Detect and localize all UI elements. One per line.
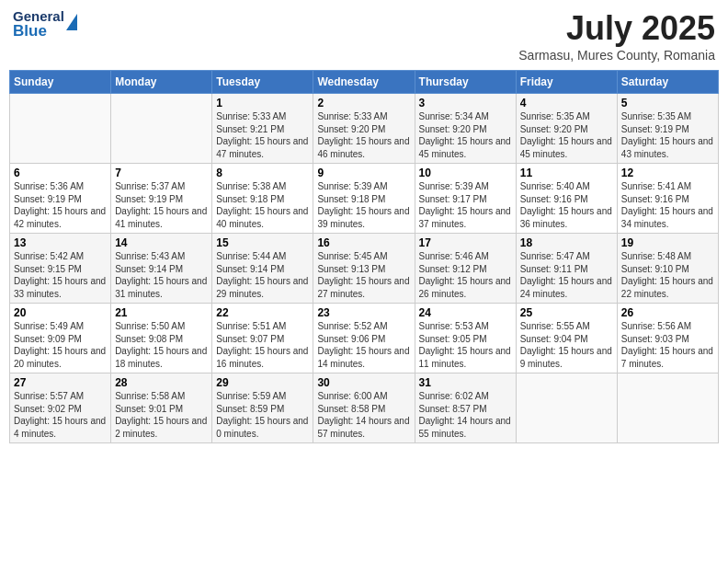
calendar-cell: 17Sunrise: 5:46 AMSunset: 9:12 PMDayligh… [415,234,516,304]
day-info: Sunrise: 5:47 AMSunset: 9:11 PMDaylight:… [520,250,613,300]
calendar-cell: 9Sunrise: 5:39 AMSunset: 9:18 PMDaylight… [313,164,415,234]
calendar-cell: 15Sunrise: 5:44 AMSunset: 9:14 PMDayligh… [212,234,313,304]
calendar-cell: 1Sunrise: 5:33 AMSunset: 9:21 PMDaylight… [212,94,313,164]
calendar-cell: 25Sunrise: 5:55 AMSunset: 9:04 PMDayligh… [516,304,617,373]
day-info: Sunrise: 5:53 AMSunset: 9:05 PMDaylight:… [419,320,512,370]
calendar-cell: 14Sunrise: 5:43 AMSunset: 9:14 PMDayligh… [111,234,212,304]
day-number: 14 [115,236,208,249]
calendar-cell: 16Sunrise: 5:45 AMSunset: 9:13 PMDayligh… [313,234,415,304]
day-number: 23 [317,306,410,319]
day-info: Sunrise: 5:52 AMSunset: 9:06 PMDaylight:… [317,320,410,370]
logo-general: General [13,9,64,23]
day-info: Sunrise: 5:46 AMSunset: 9:12 PMDaylight:… [419,250,512,300]
day-info: Sunrise: 5:48 AMSunset: 9:10 PMDaylight:… [621,250,714,300]
day-info: Sunrise: 5:39 AMSunset: 9:17 PMDaylight:… [419,180,512,230]
day-info: Sunrise: 5:42 AMSunset: 9:15 PMDaylight:… [14,250,107,300]
calendar-cell: 13Sunrise: 5:42 AMSunset: 9:15 PMDayligh… [10,234,111,304]
calendar-cell: 31Sunrise: 6:02 AMSunset: 8:57 PMDayligh… [415,373,516,443]
calendar-cell: 28Sunrise: 5:58 AMSunset: 9:01 PMDayligh… [111,373,212,443]
day-number: 24 [419,306,512,319]
title-area: July 2025 Sarmasu, Mures County, Romania [518,9,715,63]
day-number: 7 [115,167,208,179]
calendar-cell: 2Sunrise: 5:33 AMSunset: 9:20 PMDaylight… [313,94,415,164]
calendar-cell: 23Sunrise: 5:52 AMSunset: 9:06 PMDayligh… [313,304,415,373]
calendar-cell: 29Sunrise: 5:59 AMSunset: 8:59 PMDayligh… [212,373,313,443]
day-number: 27 [14,376,107,389]
calendar-cell: 12Sunrise: 5:41 AMSunset: 9:16 PMDayligh… [617,164,718,234]
weekday-header: Friday [516,71,617,94]
calendar-cell: 5Sunrise: 5:35 AMSunset: 9:19 PMDaylight… [617,94,718,164]
day-number: 28 [115,376,208,389]
day-number: 16 [317,236,410,249]
day-number: 2 [317,97,410,109]
calendar-cell [516,373,617,443]
day-number: 22 [216,306,309,319]
logo-text: General Blue [13,9,64,39]
day-number: 9 [317,167,410,179]
day-info: Sunrise: 5:33 AMSunset: 9:20 PMDaylight:… [317,110,410,160]
weekday-header: Sunday [10,71,111,94]
day-number: 17 [419,236,512,249]
calendar-cell: 20Sunrise: 5:49 AMSunset: 9:09 PMDayligh… [10,304,111,373]
calendar-cell: 8Sunrise: 5:38 AMSunset: 9:18 PMDaylight… [212,164,313,234]
calendar-cell: 7Sunrise: 5:37 AMSunset: 9:19 PMDaylight… [111,164,212,234]
logo: General Blue [13,9,77,39]
calendar-week-row: 20Sunrise: 5:49 AMSunset: 9:09 PMDayligh… [10,304,719,373]
month-title: July 2025 [518,9,715,48]
logo-blue: Blue [13,23,64,39]
day-number: 19 [621,236,714,249]
day-number: 5 [621,97,714,109]
calendar-week-row: 13Sunrise: 5:42 AMSunset: 9:15 PMDayligh… [10,234,719,304]
day-info: Sunrise: 5:38 AMSunset: 9:18 PMDaylight:… [216,180,309,230]
calendar-week-row: 27Sunrise: 5:57 AMSunset: 9:02 PMDayligh… [10,373,719,443]
day-number: 21 [115,306,208,319]
day-info: Sunrise: 5:56 AMSunset: 9:03 PMDaylight:… [621,320,714,370]
weekday-header: Tuesday [212,71,313,94]
calendar-cell: 3Sunrise: 5:34 AMSunset: 9:20 PMDaylight… [415,94,516,164]
calendar-cell [111,94,212,164]
day-info: Sunrise: 5:35 AMSunset: 9:19 PMDaylight:… [621,110,714,160]
day-number: 1 [216,97,309,109]
day-info: Sunrise: 5:49 AMSunset: 9:09 PMDaylight:… [14,320,107,370]
day-number: 13 [14,236,107,249]
calendar-cell: 11Sunrise: 5:40 AMSunset: 9:16 PMDayligh… [516,164,617,234]
day-info: Sunrise: 6:00 AMSunset: 8:58 PMDaylight:… [317,390,410,440]
day-info: Sunrise: 5:50 AMSunset: 9:08 PMDaylight:… [115,320,208,370]
calendar-cell: 27Sunrise: 5:57 AMSunset: 9:02 PMDayligh… [10,373,111,443]
day-info: Sunrise: 5:59 AMSunset: 8:59 PMDaylight:… [216,390,309,440]
calendar-cell [617,373,718,443]
calendar-table: SundayMondayTuesdayWednesdayThursdayFrid… [9,70,719,443]
calendar-cell: 4Sunrise: 5:35 AMSunset: 9:20 PMDaylight… [516,94,617,164]
day-info: Sunrise: 5:55 AMSunset: 9:04 PMDaylight:… [520,320,613,370]
day-number: 31 [419,376,512,389]
day-number: 3 [419,97,512,109]
day-info: Sunrise: 5:35 AMSunset: 9:20 PMDaylight:… [520,110,613,160]
day-info: Sunrise: 5:45 AMSunset: 9:13 PMDaylight:… [317,250,410,300]
day-info: Sunrise: 5:57 AMSunset: 9:02 PMDaylight:… [14,390,107,440]
day-info: Sunrise: 5:40 AMSunset: 9:16 PMDaylight:… [520,180,613,230]
day-info: Sunrise: 5:43 AMSunset: 9:14 PMDaylight:… [115,250,208,300]
calendar-cell: 24Sunrise: 5:53 AMSunset: 9:05 PMDayligh… [415,304,516,373]
logo-triangle-icon [66,14,77,30]
calendar-cell: 22Sunrise: 5:51 AMSunset: 9:07 PMDayligh… [212,304,313,373]
day-number: 12 [621,167,714,179]
weekday-header: Wednesday [313,71,415,94]
page-header: General Blue July 2025 Sarmasu, Mures Co… [9,9,719,63]
day-info: Sunrise: 5:51 AMSunset: 9:07 PMDaylight:… [216,320,309,370]
day-number: 6 [14,167,107,179]
day-number: 18 [520,236,613,249]
day-number: 8 [216,167,309,179]
weekday-header: Saturday [617,71,718,94]
location-subtitle: Sarmasu, Mures County, Romania [518,48,715,63]
calendar-cell: 19Sunrise: 5:48 AMSunset: 9:10 PMDayligh… [617,234,718,304]
calendar-cell: 21Sunrise: 5:50 AMSunset: 9:08 PMDayligh… [111,304,212,373]
calendar-header-row: SundayMondayTuesdayWednesdayThursdayFrid… [10,71,719,94]
weekday-header: Monday [111,71,212,94]
day-info: Sunrise: 5:44 AMSunset: 9:14 PMDaylight:… [216,250,309,300]
day-number: 26 [621,306,714,319]
calendar-cell: 18Sunrise: 5:47 AMSunset: 9:11 PMDayligh… [516,234,617,304]
day-number: 29 [216,376,309,389]
calendar-cell: 26Sunrise: 5:56 AMSunset: 9:03 PMDayligh… [617,304,718,373]
weekday-header: Thursday [415,71,516,94]
calendar-week-row: 1Sunrise: 5:33 AMSunset: 9:21 PMDaylight… [10,94,719,164]
